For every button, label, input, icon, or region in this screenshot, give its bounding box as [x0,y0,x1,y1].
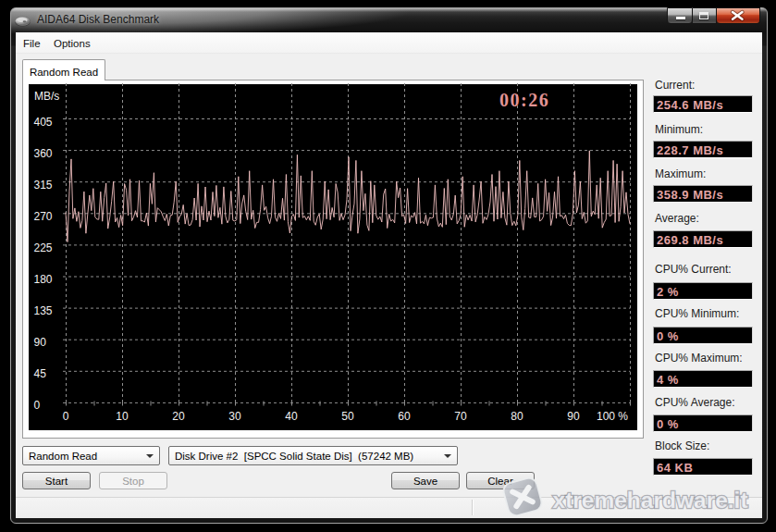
svg-text:100 %: 100 % [597,410,628,423]
svg-text:40: 40 [285,410,298,423]
svg-text:80: 80 [511,410,523,423]
svg-text:60: 60 [398,410,411,423]
svg-text:30: 30 [228,410,241,423]
svg-text:180: 180 [34,273,53,286]
svg-text:315: 315 [34,179,53,192]
svg-text:135: 135 [34,304,53,317]
svg-text:xtremehardware.it: xtremehardware.it [553,488,748,513]
svg-text:45: 45 [34,367,47,380]
svg-text:70: 70 [454,410,467,423]
svg-text:405: 405 [34,116,53,129]
svg-text:90: 90 [567,410,580,423]
svg-text:360: 360 [34,147,53,160]
svg-text:0: 0 [63,410,69,423]
svg-text:0: 0 [34,399,41,412]
svg-text:00:26: 00:26 [499,90,549,110]
svg-text:10: 10 [116,410,129,423]
svg-text:50: 50 [341,410,354,423]
svg-text:MB/s: MB/s [34,90,59,103]
svg-text:225: 225 [34,241,53,254]
svg-text:270: 270 [34,210,53,223]
svg-text:20: 20 [172,410,185,423]
svg-text:90: 90 [34,336,47,349]
